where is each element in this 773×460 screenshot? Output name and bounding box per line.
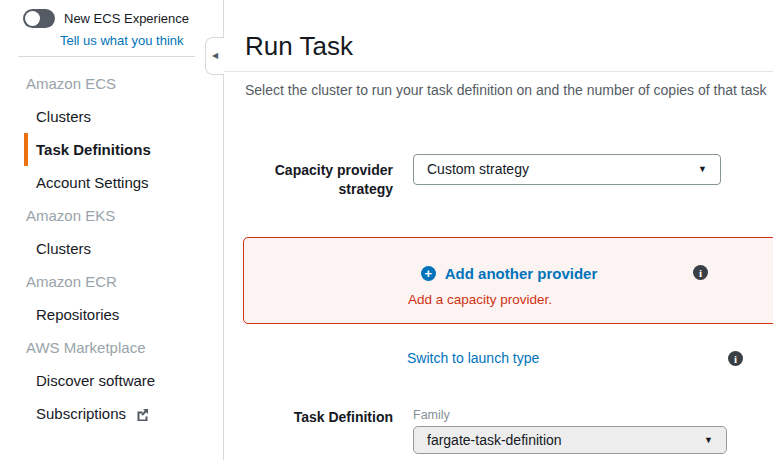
capacity-provider-strategy-label: Capacity provider strategy bbox=[245, 154, 393, 199]
sidebar: New ECS Experience Tell us what you thin… bbox=[0, 0, 224, 460]
page-description: Select the cluster to run your task defi… bbox=[245, 82, 773, 98]
new-ecs-experience-label: New ECS Experience bbox=[64, 11, 189, 26]
new-ecs-experience-row: New ECS Experience bbox=[23, 9, 223, 28]
sidebar-item-account-settings[interactable]: Account Settings bbox=[0, 166, 223, 199]
task-definition-fields: Family fargate-task-definition ▼ Revisio… bbox=[413, 408, 727, 460]
sidebar-nav: Amazon ECS Clusters Task Definitions Acc… bbox=[0, 67, 223, 430]
nav-header-aws-marketplace: AWS Marketplace bbox=[0, 331, 223, 364]
toggle-knob-icon bbox=[25, 11, 40, 26]
selected-strategy-value: Custom strategy bbox=[427, 161, 529, 177]
sidebar-item-task-definitions[interactable]: Task Definitions bbox=[24, 133, 223, 166]
task-definition-row: Task Definition Family fargate-task-defi… bbox=[245, 408, 773, 460]
sidebar-item-clusters-eks[interactable]: Clusters bbox=[0, 232, 223, 265]
sidebar-item-repositories[interactable]: Repositories bbox=[0, 298, 223, 331]
family-selected-value: fargate-task-definition bbox=[427, 432, 562, 448]
capacity-provider-error-message: Add a capacity provider. bbox=[408, 292, 773, 307]
family-select[interactable]: fargate-task-definition ▼ bbox=[413, 426, 727, 454]
sidebar-divider bbox=[18, 56, 195, 57]
family-label: Family bbox=[413, 408, 727, 422]
page-title: Run Task bbox=[245, 31, 773, 62]
sidebar-collapse-button[interactable]: ◀ bbox=[205, 37, 224, 75]
capacity-provider-strategy-select[interactable]: Custom strategy ▼ bbox=[413, 154, 721, 185]
sidebar-item-discover-software[interactable]: Discover software bbox=[0, 364, 223, 397]
title-divider bbox=[224, 71, 773, 72]
external-link-icon bbox=[136, 407, 149, 424]
switch-to-launch-type-link[interactable]: Switch to launch type bbox=[407, 350, 539, 366]
sidebar-item-subscriptions[interactable]: Subscriptions bbox=[0, 397, 223, 430]
task-definition-label: Task Definition bbox=[245, 408, 393, 460]
info-icon[interactable]: i bbox=[728, 351, 743, 366]
nav-header-amazon-eks: Amazon EKS bbox=[0, 199, 223, 232]
info-icon[interactable]: i bbox=[693, 265, 708, 280]
feedback-link[interactable]: Tell us what you think bbox=[60, 33, 184, 48]
chevron-down-icon: ▼ bbox=[698, 155, 707, 184]
switch-launch-type-row: Switch to launch type i bbox=[224, 350, 773, 368]
sidebar-item-label: Subscriptions bbox=[36, 405, 126, 422]
main-content: Run Task Select the cluster to run your … bbox=[224, 0, 773, 460]
add-another-provider-label: Add another provider bbox=[445, 265, 598, 282]
add-plus-icon: + bbox=[421, 266, 436, 281]
new-ecs-experience-toggle[interactable] bbox=[23, 9, 55, 28]
capacity-provider-row: Capacity provider strategy Custom strate… bbox=[245, 154, 773, 199]
nav-header-amazon-ecs: Amazon ECS bbox=[0, 67, 223, 100]
collapse-left-caret-icon: ◀ bbox=[212, 52, 218, 60]
nav-header-amazon-ecr: Amazon ECR bbox=[0, 265, 223, 298]
capacity-provider-error-panel: + Add another provider i Add a capacity … bbox=[243, 237, 773, 324]
add-another-provider-button[interactable]: + Add another provider bbox=[421, 265, 598, 282]
sidebar-item-clusters-ecs[interactable]: Clusters bbox=[0, 100, 223, 133]
chevron-down-icon: ▼ bbox=[704, 427, 713, 453]
